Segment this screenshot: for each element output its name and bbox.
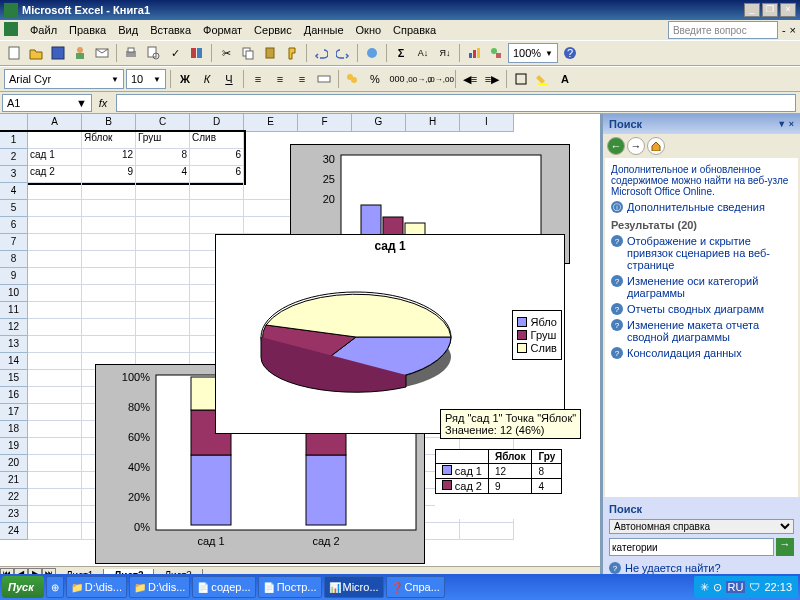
menu-insert[interactable]: Вставка [144, 22, 197, 38]
undo-button[interactable] [311, 43, 331, 63]
row-header[interactable]: 23 [0, 506, 28, 523]
chart-data-table[interactable]: ЯблокГру сад 1128 сад 294 [435, 449, 585, 519]
row-header[interactable]: 6 [0, 217, 28, 234]
col-header[interactable]: H [406, 114, 460, 132]
cell[interactable] [82, 302, 136, 319]
inc-indent-button[interactable]: ≡▶ [482, 69, 502, 89]
drawing-button[interactable] [486, 43, 506, 63]
row-header[interactable]: 16 [0, 387, 28, 404]
forward-button[interactable]: → [627, 137, 645, 155]
inc-decimal-button[interactable]: ,00→,0 [409, 69, 429, 89]
cell[interactable]: сад 1 [28, 149, 82, 166]
row-header[interactable]: 8 [0, 251, 28, 268]
menu-window[interactable]: Окно [350, 22, 388, 38]
cell[interactable] [136, 200, 190, 217]
task-item[interactable]: 📁D:\dis... [129, 576, 190, 598]
cell[interactable] [28, 370, 82, 387]
row-header[interactable]: 10 [0, 285, 28, 302]
search-source[interactable]: Автономная справка [609, 519, 794, 534]
row-header[interactable]: 1 [0, 132, 28, 149]
col-header[interactable]: E [244, 114, 298, 132]
spell-button[interactable]: ✓ [165, 43, 185, 63]
clock[interactable]: 22:13 [764, 581, 792, 593]
row-header[interactable]: 17 [0, 404, 28, 421]
open-button[interactable] [26, 43, 46, 63]
cell[interactable] [28, 132, 82, 149]
sheet-area[interactable]: A B C D E F G H I 1 Яблок Груш Слив 2 са… [0, 114, 600, 584]
cell[interactable]: 6 [190, 166, 244, 183]
cell[interactable] [82, 268, 136, 285]
cell[interactable]: Груш [136, 132, 190, 149]
col-header[interactable]: B [82, 114, 136, 132]
new-button[interactable] [4, 43, 24, 63]
cell[interactable] [136, 251, 190, 268]
tray-icon[interactable]: 🛡 [749, 581, 760, 593]
copy-button[interactable] [238, 43, 258, 63]
format-painter-button[interactable] [282, 43, 302, 63]
col-header[interactable]: D [190, 114, 244, 132]
promo-link[interactable]: ⓘДополнительные сведения [611, 201, 792, 213]
chart-button[interactable] [464, 43, 484, 63]
task-item[interactable]: 📁D:\dis... [66, 576, 127, 598]
cell[interactable] [28, 217, 82, 234]
close-button[interactable]: × [780, 3, 796, 17]
mail-button[interactable] [92, 43, 112, 63]
cell[interactable] [82, 200, 136, 217]
task-item-active[interactable]: 📊Micro... [324, 576, 384, 598]
result-link[interactable]: ?Отчеты сводных диаграмм [611, 303, 792, 315]
row-header[interactable]: 3 [0, 166, 28, 183]
print-button[interactable] [121, 43, 141, 63]
row-header[interactable]: 22 [0, 489, 28, 506]
cell[interactable] [28, 251, 82, 268]
cell[interactable] [28, 183, 82, 200]
research-button[interactable] [187, 43, 207, 63]
dec-decimal-button[interactable]: ,0→,00 [431, 69, 451, 89]
autosum-button[interactable]: Σ [391, 43, 411, 63]
cut-button[interactable]: ✂ [216, 43, 236, 63]
col-header[interactable]: G [352, 114, 406, 132]
cell[interactable] [136, 183, 190, 200]
cell[interactable] [136, 234, 190, 251]
cell[interactable]: 12 [82, 149, 136, 166]
task-item[interactable]: 📄содер... [192, 576, 255, 598]
cell[interactable] [28, 336, 82, 353]
cell[interactable] [82, 183, 136, 200]
row-header[interactable]: 12 [0, 319, 28, 336]
save-button[interactable] [48, 43, 68, 63]
row-header[interactable]: 15 [0, 370, 28, 387]
row-header[interactable]: 24 [0, 523, 28, 540]
menu-edit[interactable]: Правка [63, 22, 112, 38]
select-all-corner[interactable] [0, 114, 28, 132]
home-button[interactable] [647, 137, 665, 155]
cell[interactable] [136, 319, 190, 336]
cell[interactable] [28, 353, 82, 370]
cell[interactable] [28, 421, 82, 438]
sort-asc-button[interactable]: А↓ [413, 43, 433, 63]
font-color-button[interactable]: А [555, 69, 575, 89]
cell[interactable] [28, 455, 82, 472]
row-header[interactable]: 14 [0, 353, 28, 370]
currency-button[interactable] [343, 69, 363, 89]
quick-launch[interactable]: ⊕ [46, 576, 64, 598]
row-header[interactable]: 11 [0, 302, 28, 319]
redo-button[interactable] [333, 43, 353, 63]
cell[interactable] [82, 336, 136, 353]
dec-indent-button[interactable]: ◀≡ [460, 69, 480, 89]
underline-button[interactable]: Ч [219, 69, 239, 89]
row-header[interactable]: 2 [0, 149, 28, 166]
row-header[interactable]: 9 [0, 268, 28, 285]
cell[interactable] [28, 268, 82, 285]
zoom-combo[interactable]: 100%▼ [508, 43, 558, 63]
cell[interactable] [28, 319, 82, 336]
cell[interactable]: 9 [82, 166, 136, 183]
cell[interactable] [136, 302, 190, 319]
cell[interactable] [82, 319, 136, 336]
cell[interactable]: Яблок [82, 132, 136, 149]
cell[interactable]: сад 2 [28, 166, 82, 183]
cell[interactable] [28, 438, 82, 455]
minimize-button[interactable]: _ [744, 3, 760, 17]
menu-file[interactable]: Файл [24, 22, 63, 38]
row-header[interactable]: 18 [0, 421, 28, 438]
cell[interactable] [28, 489, 82, 506]
align-right-button[interactable]: ≡ [292, 69, 312, 89]
